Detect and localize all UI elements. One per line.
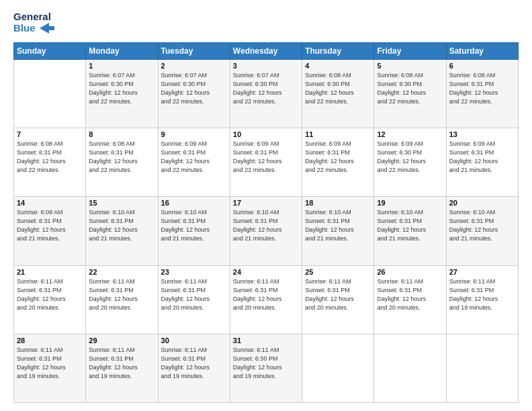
day-number: 28: [17, 336, 83, 345]
calendar-cell: 28Sunrise: 6:11 AMSunset: 6:31 PMDayligh…: [14, 334, 86, 402]
day-info: Sunrise: 6:11 AMSunset: 6:30 PMDaylight:…: [233, 346, 299, 381]
day-number: 2: [161, 62, 227, 70]
day-number: 11: [305, 130, 371, 138]
day-info: Sunrise: 6:07 AMSunset: 6:30 PMDaylight:…: [89, 71, 154, 106]
day-info: Sunrise: 6:11 AMSunset: 6:31 PMDaylight:…: [449, 277, 515, 312]
calendar-week-row: 28Sunrise: 6:11 AMSunset: 6:31 PMDayligh…: [14, 334, 519, 402]
day-info: Sunrise: 6:08 AMSunset: 6:31 PMDaylight:…: [89, 140, 154, 175]
day-number: 24: [233, 268, 299, 276]
calendar-week-row: 21Sunrise: 6:11 AMSunset: 6:31 PMDayligh…: [14, 265, 519, 334]
header-day: Tuesday: [158, 42, 230, 59]
calendar-cell: 7Sunrise: 6:08 AMSunset: 6:31 PMDaylight…: [14, 128, 86, 197]
header-row: SundayMondayTuesdayWednesdayThursdayFrid…: [14, 42, 519, 59]
header-day: Saturday: [446, 42, 518, 59]
calendar-cell: [14, 59, 86, 128]
day-number: 30: [161, 336, 227, 345]
day-info: Sunrise: 6:10 AMSunset: 6:31 PMDaylight:…: [161, 208, 227, 243]
calendar-cell: 8Sunrise: 6:08 AMSunset: 6:31 PMDaylight…: [86, 128, 158, 197]
calendar-week-row: 14Sunrise: 6:09 AMSunset: 6:31 PMDayligh…: [14, 197, 519, 265]
page: General Blue SundayMondayTuesdayWednesda…: [0, 0, 532, 411]
day-info: Sunrise: 6:10 AMSunset: 6:31 PMDaylight:…: [305, 208, 371, 243]
day-number: 23: [161, 268, 227, 276]
header-day: Monday: [86, 42, 158, 59]
day-number: 15: [89, 199, 154, 207]
day-number: 26: [377, 268, 443, 276]
day-info: Sunrise: 6:11 AMSunset: 6:31 PMDaylight:…: [161, 346, 227, 381]
calendar-cell: 30Sunrise: 6:11 AMSunset: 6:31 PMDayligh…: [158, 334, 230, 402]
day-info: Sunrise: 6:11 AMSunset: 6:31 PMDaylight:…: [89, 277, 154, 312]
day-number: 25: [305, 268, 371, 276]
calendar-cell: 9Sunrise: 6:09 AMSunset: 6:31 PMDaylight…: [158, 128, 230, 197]
day-number: 20: [449, 199, 515, 207]
calendar-cell: 22Sunrise: 6:11 AMSunset: 6:31 PMDayligh…: [86, 265, 158, 334]
calendar-cell: 21Sunrise: 6:11 AMSunset: 6:31 PMDayligh…: [14, 265, 86, 334]
day-info: Sunrise: 6:10 AMSunset: 6:31 PMDaylight:…: [449, 208, 515, 243]
calendar-cell: [446, 334, 518, 402]
calendar-cell: 10Sunrise: 6:09 AMSunset: 6:31 PMDayligh…: [230, 128, 302, 197]
calendar-cell: 6Sunrise: 6:08 AMSunset: 6:31 PMDaylight…: [446, 59, 518, 128]
day-info: Sunrise: 6:09 AMSunset: 6:31 PMDaylight:…: [449, 140, 515, 175]
header-day: Friday: [374, 42, 446, 59]
day-number: 10: [233, 130, 299, 138]
day-number: 12: [377, 130, 443, 138]
day-info: Sunrise: 6:11 AMSunset: 6:31 PMDaylight:…: [377, 277, 443, 312]
header-day: Wednesday: [230, 42, 302, 59]
day-number: 14: [17, 199, 83, 207]
day-number: 5: [377, 62, 443, 70]
day-number: 13: [449, 130, 515, 138]
calendar-table: SundayMondayTuesdayWednesdayThursdayFrid…: [13, 42, 519, 403]
day-info: Sunrise: 6:10 AMSunset: 6:31 PMDaylight:…: [377, 208, 443, 243]
day-info: Sunrise: 6:07 AMSunset: 6:30 PMDaylight:…: [161, 71, 227, 106]
calendar-cell: 3Sunrise: 6:07 AMSunset: 6:30 PMDaylight…: [230, 59, 302, 128]
svg-marker-0: [40, 23, 54, 34]
calendar-header: SundayMondayTuesdayWednesdayThursdayFrid…: [14, 42, 519, 59]
day-info: Sunrise: 6:10 AMSunset: 6:31 PMDaylight:…: [233, 208, 299, 243]
calendar-cell: 23Sunrise: 6:11 AMSunset: 6:31 PMDayligh…: [158, 265, 230, 334]
calendar-cell: 17Sunrise: 6:10 AMSunset: 6:31 PMDayligh…: [230, 197, 302, 265]
day-info: Sunrise: 6:07 AMSunset: 6:30 PMDaylight:…: [233, 71, 299, 106]
calendar-cell: 14Sunrise: 6:09 AMSunset: 6:31 PMDayligh…: [14, 197, 86, 265]
logo: General Blue: [13, 11, 54, 36]
calendar-cell: 27Sunrise: 6:11 AMSunset: 6:31 PMDayligh…: [446, 265, 518, 334]
calendar-cell: 31Sunrise: 6:11 AMSunset: 6:30 PMDayligh…: [230, 334, 302, 402]
day-info: Sunrise: 6:09 AMSunset: 6:31 PMDaylight:…: [161, 140, 227, 175]
calendar-body: 1Sunrise: 6:07 AMSunset: 6:30 PMDaylight…: [14, 59, 519, 402]
day-info: Sunrise: 6:11 AMSunset: 6:31 PMDaylight:…: [305, 277, 371, 312]
day-info: Sunrise: 6:09 AMSunset: 6:30 PMDaylight:…: [377, 140, 443, 175]
day-info: Sunrise: 6:10 AMSunset: 6:31 PMDaylight:…: [89, 208, 154, 243]
header: General Blue: [13, 11, 519, 36]
day-number: 3: [233, 62, 299, 70]
day-number: 17: [233, 199, 299, 207]
calendar-cell: 24Sunrise: 6:11 AMSunset: 6:31 PMDayligh…: [230, 265, 302, 334]
logo-text: General Blue: [13, 11, 54, 36]
day-number: 6: [449, 62, 515, 70]
calendar-cell: 26Sunrise: 6:11 AMSunset: 6:31 PMDayligh…: [374, 265, 446, 334]
day-info: Sunrise: 6:11 AMSunset: 6:31 PMDaylight:…: [17, 277, 83, 312]
calendar-cell: 13Sunrise: 6:09 AMSunset: 6:31 PMDayligh…: [446, 128, 518, 197]
calendar-cell: 11Sunrise: 6:09 AMSunset: 6:31 PMDayligh…: [302, 128, 374, 197]
day-info: Sunrise: 6:09 AMSunset: 6:31 PMDaylight:…: [17, 208, 83, 243]
day-info: Sunrise: 6:08 AMSunset: 6:30 PMDaylight:…: [305, 71, 371, 106]
day-info: Sunrise: 6:09 AMSunset: 6:31 PMDaylight:…: [233, 140, 299, 175]
calendar-cell: 18Sunrise: 6:10 AMSunset: 6:31 PMDayligh…: [302, 197, 374, 265]
header-day: Thursday: [302, 42, 374, 59]
calendar-cell: 2Sunrise: 6:07 AMSunset: 6:30 PMDaylight…: [158, 59, 230, 128]
day-number: 27: [449, 268, 515, 276]
calendar-cell: 25Sunrise: 6:11 AMSunset: 6:31 PMDayligh…: [302, 265, 374, 334]
calendar-cell: 19Sunrise: 6:10 AMSunset: 6:31 PMDayligh…: [374, 197, 446, 265]
calendar-cell: 16Sunrise: 6:10 AMSunset: 6:31 PMDayligh…: [158, 197, 230, 265]
calendar-week-row: 1Sunrise: 6:07 AMSunset: 6:30 PMDaylight…: [14, 59, 519, 128]
day-number: 22: [89, 268, 154, 276]
day-info: Sunrise: 6:11 AMSunset: 6:31 PMDaylight:…: [17, 346, 83, 381]
calendar-cell: 12Sunrise: 6:09 AMSunset: 6:30 PMDayligh…: [374, 128, 446, 197]
day-info: Sunrise: 6:08 AMSunset: 6:30 PMDaylight:…: [377, 71, 443, 106]
day-info: Sunrise: 6:08 AMSunset: 6:31 PMDaylight:…: [17, 140, 83, 175]
day-info: Sunrise: 6:11 AMSunset: 6:31 PMDaylight:…: [89, 346, 154, 381]
header-day: Sunday: [14, 42, 86, 59]
calendar-cell: 4Sunrise: 6:08 AMSunset: 6:30 PMDaylight…: [302, 59, 374, 128]
calendar-cell: [374, 334, 446, 402]
day-number: 29: [89, 336, 154, 345]
calendar-cell: 15Sunrise: 6:10 AMSunset: 6:31 PMDayligh…: [86, 197, 158, 265]
day-number: 18: [305, 199, 371, 207]
logo-arrow-icon: [40, 23, 54, 34]
